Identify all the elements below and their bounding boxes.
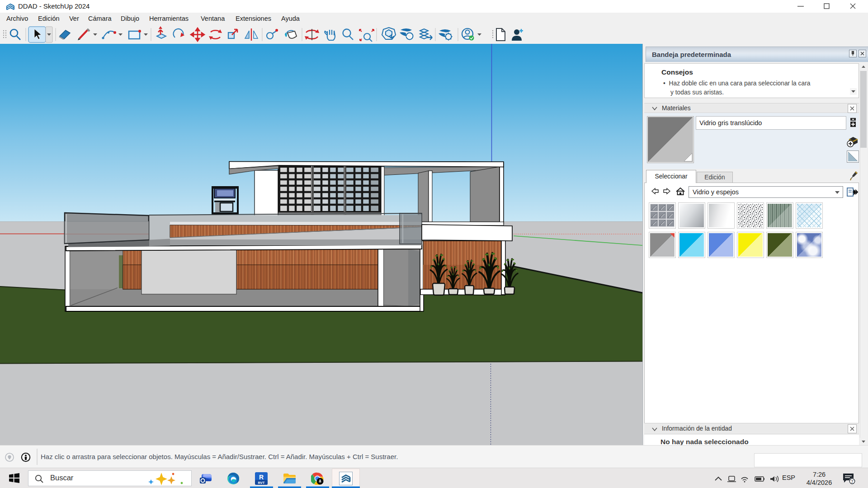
- svg-text:RVT: RVT: [258, 481, 265, 485]
- svg-text:R: R: [259, 474, 264, 481]
- svg-text:7: 7: [851, 479, 853, 484]
